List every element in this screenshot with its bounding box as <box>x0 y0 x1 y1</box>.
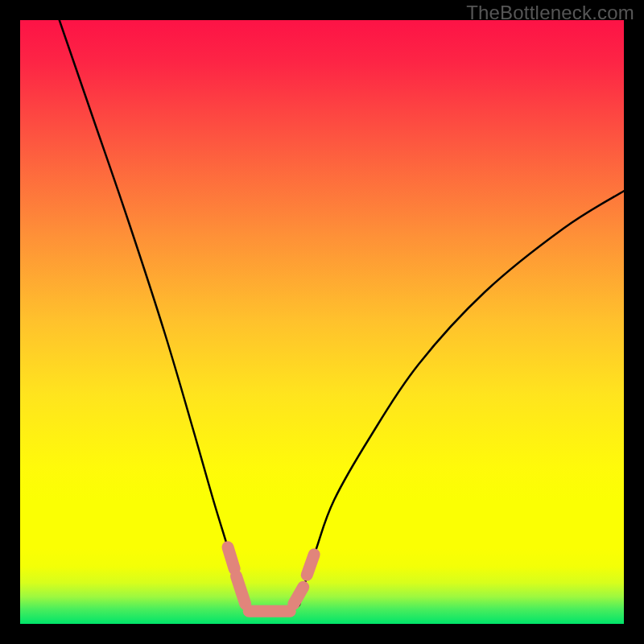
highlight-right-upper <box>307 555 314 576</box>
chart-svg <box>20 20 624 624</box>
bottleneck-chart <box>20 20 624 624</box>
highlight-right-lower <box>294 587 303 604</box>
highlight-left-lower <box>237 576 246 605</box>
frame: TheBottleneck.com <box>0 0 644 644</box>
highlight-left-upper <box>228 547 234 569</box>
